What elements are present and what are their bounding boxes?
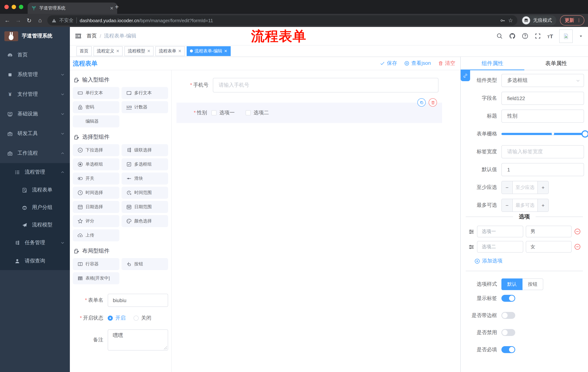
phone-field-input[interactable]: 请输入手机号 <box>213 78 439 93</box>
palette-item-颜色选择[interactable]: 颜色选择 <box>122 215 168 227</box>
palette-item-开关[interactable]: 开关 <box>73 172 119 185</box>
remove-option-button[interactable] <box>574 228 581 235</box>
toggle-是否必填[interactable] <box>501 346 515 353</box>
drag-handle-icon[interactable] <box>468 228 474 234</box>
sidebar-item-用户分组[interactable]: 用户分组 <box>0 199 70 216</box>
checkbox-icon[interactable] <box>246 110 251 115</box>
tag-close-icon[interactable]: ✕ <box>147 49 150 53</box>
add-option-button[interactable]: 添加选项 <box>474 258 588 264</box>
palette-item-上传[interactable]: 上传 <box>73 229 119 241</box>
sidebar-item-流程模型[interactable]: 流程模型 <box>0 216 70 234</box>
palette-item-按钮[interactable]: 按钮 <box>122 258 168 270</box>
palette-item-时间选择[interactable]: 时间选择 <box>73 187 119 199</box>
tag-首页[interactable]: 首页 <box>76 46 92 56</box>
sidebar-item-系统管理[interactable]: 系统管理 <box>0 65 70 85</box>
link-handle-button[interactable] <box>461 70 470 81</box>
tab-form-props[interactable]: 表单属性 <box>524 57 588 70</box>
save-button[interactable]: 保存 <box>380 60 397 67</box>
remove-option-button[interactable] <box>574 244 581 250</box>
phone-field-row[interactable]: *手机号 请输入手机号 <box>177 78 439 93</box>
toggle-是否禁用[interactable] <box>501 329 515 336</box>
palette-item-多选框组[interactable]: 多选框组 <box>122 158 168 170</box>
field-name-input[interactable]: field122 <box>501 92 584 105</box>
view-json-button[interactable]: 查看json <box>404 60 431 67</box>
tag-流程表单[interactable]: 流程表单✕ <box>156 46 185 56</box>
palette-item-滑块[interactable]: 滑块 <box>122 172 168 185</box>
search-icon[interactable] <box>496 33 503 39</box>
option-value-input[interactable]: 男 <box>526 226 572 237</box>
delete-field-button[interactable] <box>429 98 437 107</box>
form-name-input[interactable]: biubiu <box>108 294 168 307</box>
sidebar-fold-icon[interactable] <box>75 33 82 39</box>
fullscreen-icon[interactable] <box>535 33 541 39</box>
address-bar[interactable]: 不安全 dashboard.yudao.iocoder.cn/bpm/manag… <box>47 15 517 25</box>
label-width-input[interactable]: 请输入标签宽度 <box>501 145 584 158</box>
status-on-radio[interactable]: 开启 <box>108 315 126 321</box>
palette-item-级联选择[interactable]: 级联选择 <box>122 144 168 156</box>
max-select-stepper[interactable]: − 最多可选 + <box>501 199 549 212</box>
sidebar-item-请假查询[interactable]: 请假查询 <box>0 252 70 270</box>
sidebar-item-基础设施[interactable]: 基础设施 <box>0 104 70 124</box>
clear-button[interactable]: 清空 <box>438 60 455 67</box>
default-value-input[interactable]: 1 <box>501 163 584 176</box>
option-value-input[interactable]: 女 <box>526 241 572 253</box>
browser-tab[interactable]: 芋道管理系统 ✕ <box>28 2 117 14</box>
avatar[interactable] <box>559 29 573 43</box>
breadcrumb-home[interactable]: 首页 <box>87 33 97 39</box>
tag-close-icon[interactable]: ✕ <box>224 49 227 53</box>
palette-item-单选框组[interactable]: 单选框组 <box>73 158 119 170</box>
palette-item-日期范围[interactable]: 日期范围 <box>122 201 168 213</box>
option-label-input[interactable]: 选项一 <box>477 226 523 237</box>
sidebar-item-研发工具[interactable]: 研发工具 <box>0 124 70 143</box>
component-type-select[interactable]: 多选框组 <box>501 74 584 87</box>
style-default-button[interactable]: 默认 <box>501 278 523 290</box>
palette-item-下拉选择[interactable]: 下拉选择 <box>73 144 119 156</box>
toggle-是否带边框[interactable] <box>501 312 515 319</box>
title-input[interactable]: 性别 <box>501 110 584 123</box>
new-tab-button[interactable]: + <box>115 4 119 10</box>
help-icon[interactable] <box>522 33 528 39</box>
gender-option-2[interactable]: 选项二 <box>246 110 269 116</box>
sidebar-item-首页[interactable]: 首页 <box>0 45 70 65</box>
plus-button[interactable]: + <box>537 181 548 194</box>
palette-item-表格[开发中][interactable]: 表格[开发中] <box>73 272 119 284</box>
sidebar-item-流程管理[interactable]: 流程管理 <box>0 163 70 181</box>
password-key-icon[interactable] <box>500 18 505 23</box>
back-button[interactable]: ← <box>4 17 11 24</box>
sidebar-item-支付管理[interactable]: ¥支付管理 <box>0 85 70 104</box>
form-grid-slider[interactable] <box>501 128 588 140</box>
palette-item-编辑器[interactable]: 编辑器 <box>73 115 119 128</box>
max-select-input[interactable]: 最多可选 <box>513 199 537 212</box>
minus-button[interactable]: − <box>502 199 513 212</box>
forward-button[interactable]: → <box>15 17 22 24</box>
palette-item-多行文本[interactable]: 多行文本 <box>122 87 168 99</box>
sidebar-item-流程表单[interactable]: 流程表单 <box>0 181 70 199</box>
drag-handle-icon[interactable] <box>468 244 474 250</box>
browser-update-button[interactable]: 更新 <box>560 15 584 25</box>
tab-close-icon[interactable]: ✕ <box>110 6 114 11</box>
checkbox-icon[interactable] <box>211 110 217 115</box>
tag-流程定义[interactable]: 流程定义✕ <box>94 46 123 56</box>
reload-button[interactable]: ↻ <box>25 17 33 24</box>
option-label-input[interactable]: 选项二 <box>477 241 523 253</box>
browser-menu-dots-icon[interactable] <box>577 18 581 22</box>
sidebar-item-工作流程[interactable]: 工作流程 <box>0 143 70 163</box>
tag-流程模型[interactable]: 流程模型✕ <box>125 46 154 56</box>
form-remark-textarea[interactable]: 嘿嘿 <box>108 329 168 351</box>
palette-item-密码[interactable]: 密码 <box>73 101 119 113</box>
copy-field-button[interactable] <box>417 98 426 107</box>
minimize-window-button[interactable] <box>12 5 16 9</box>
gender-option-1[interactable]: 选项一 <box>211 110 235 116</box>
sidebar-logo[interactable]: 芋道管理系统 <box>0 27 70 45</box>
min-select-stepper[interactable]: − 至少应选 + <box>501 181 549 194</box>
gender-field-selected[interactable]: *性别 选项一 选项二 <box>177 103 442 123</box>
tag-流程表单-编辑[interactable]: 流程表单-编辑✕ <box>187 46 231 56</box>
sidebar-item-任务管理[interactable]: 任务管理 <box>0 234 70 252</box>
macos-traffic-lights[interactable] <box>4 5 23 9</box>
palette-item-单行文本[interactable]: 单行文本 <box>73 87 119 99</box>
font-size-icon[interactable]: TT <box>547 33 553 39</box>
maximize-window-button[interactable] <box>19 5 23 9</box>
close-window-button[interactable] <box>4 5 9 9</box>
security-label[interactable]: 不安全 <box>59 17 74 24</box>
palette-item-时间范围[interactable]: 时间范围 <box>122 187 168 199</box>
